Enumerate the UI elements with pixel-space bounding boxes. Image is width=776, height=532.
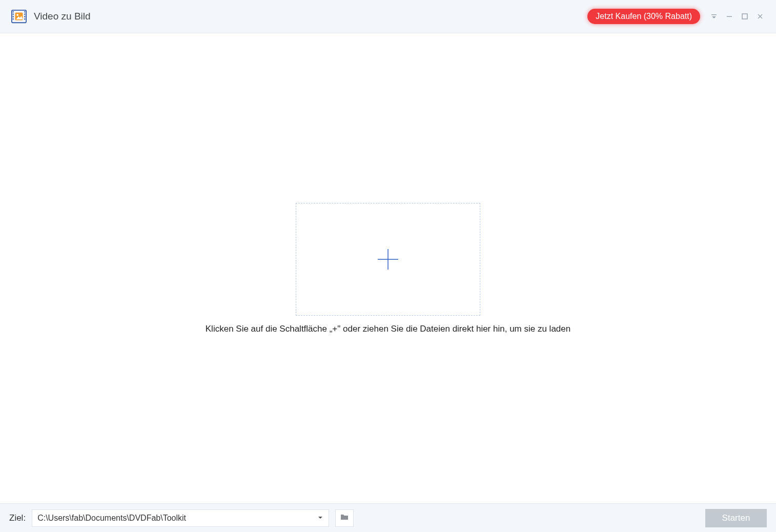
svg-rect-1: [13, 11, 14, 13]
svg-point-10: [16, 14, 18, 16]
folder-icon: [340, 513, 349, 524]
file-dropzone[interactable]: [296, 203, 480, 316]
svg-rect-4: [13, 18, 14, 20]
destination-label: Ziel:: [9, 513, 26, 523]
svg-rect-12: [727, 16, 732, 17]
maximize-icon[interactable]: [738, 10, 751, 23]
svg-rect-6: [24, 13, 25, 15]
svg-rect-8: [24, 18, 25, 20]
app-title: Video zu Bild: [34, 11, 91, 22]
start-button[interactable]: Starten: [705, 509, 767, 527]
buy-now-button[interactable]: Jetzt Kaufen (30% Rabatt): [587, 9, 700, 24]
minimize-icon[interactable]: [723, 10, 736, 23]
destination-path-text: C:\Users\fab\Documents\DVDFab\Toolkit: [37, 514, 317, 523]
main-area: Klicken Sie auf die Schaltfläche „+" ode…: [0, 33, 776, 503]
svg-rect-3: [13, 16, 14, 17]
chevron-down-icon: [317, 514, 323, 523]
app-icon: [11, 9, 27, 24]
drop-instruction: Klicken Sie auf die Schaltfläche „+" ode…: [206, 324, 570, 334]
svg-rect-7: [24, 16, 25, 17]
plus-icon: [375, 246, 401, 273]
menu-dropdown-icon[interactable]: [707, 10, 721, 23]
svg-rect-2: [13, 13, 14, 15]
svg-rect-11: [711, 14, 717, 15]
svg-rect-13: [742, 14, 747, 19]
destination-path-select[interactable]: C:\Users\fab\Documents\DVDFab\Toolkit: [32, 509, 329, 527]
footer-bar: Ziel: C:\Users\fab\Documents\DVDFab\Tool…: [0, 503, 776, 532]
svg-rect-5: [24, 11, 25, 13]
browse-folder-button[interactable]: [335, 509, 354, 527]
titlebar: Video zu Bild Jetzt Kaufen (30% Rabatt): [0, 0, 776, 33]
close-icon[interactable]: [753, 10, 767, 23]
